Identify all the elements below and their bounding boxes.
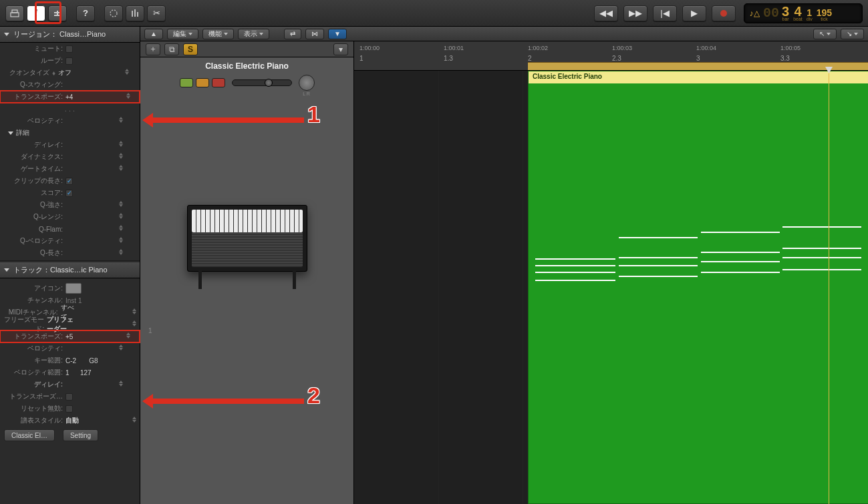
solo-mini[interactable]	[196, 78, 209, 87]
track-title[interactable]: Classic Electric Piano	[140, 57, 353, 75]
lcd-prefix: 00	[763, 5, 779, 21]
toolbar-btn-a[interactable]	[104, 5, 123, 21]
svg-rect-7	[134, 9, 136, 17]
back-button[interactable]: ▲	[144, 29, 163, 39]
playhead[interactable]	[829, 71, 829, 504]
svg-rect-3	[54, 15, 61, 16]
setting-button[interactable]: Setting	[63, 429, 98, 441]
clip-length-checkbox[interactable]: ✓	[65, 178, 73, 185]
staff-row[interactable]: 譜表スタイル:自動	[0, 415, 140, 427]
annotation-arrow-2	[150, 399, 304, 404]
svg-rect-8	[137, 12, 138, 17]
annotation-number-1: 1	[307, 101, 320, 128]
mute-checkbox[interactable]	[65, 45, 73, 53]
volume-slider[interactable]	[232, 79, 292, 86]
tool-alt[interactable]: ↘	[841, 29, 864, 39]
track-header: ＋ ⧉ S ▾ Classic Electric Piano L R	[140, 41, 354, 504]
svg-rect-1	[12, 10, 17, 13]
region-transpose-row[interactable]: トランスポーズ:+4	[0, 91, 140, 103]
play-button[interactable]: ▶	[682, 5, 706, 21]
svg-rect-0	[11, 13, 19, 17]
piano-roll[interactable]: 1:00:00 1:00:01 1:00:02 1:00:03 1:00:04 …	[354, 41, 868, 504]
svg-point-5	[110, 10, 117, 17]
note-icon: ♪△	[748, 7, 760, 19]
toolbar-btn-mixer[interactable]	[126, 5, 144, 21]
instrument-image	[140, 95, 353, 375]
duplicate-track-button[interactable]: ⧉	[164, 43, 179, 55]
midi-in-button[interactable]: ▼	[328, 29, 347, 39]
track-row-number: 1	[148, 327, 152, 334]
edit-menu[interactable]: 編集	[167, 29, 198, 39]
toolbar-btn-scissors[interactable]: ✂	[147, 5, 166, 21]
time-ruler[interactable]: 1:00:00 1:00:01 1:00:02 1:00:03 1:00:04 …	[354, 41, 868, 55]
loop-checkbox[interactable]	[65, 57, 73, 65]
inspector-toggle-button[interactable]: i	[27, 5, 45, 21]
channel-strip-button[interactable]: Classic El…	[4, 429, 55, 441]
link-button[interactable]: ⇄	[284, 29, 301, 39]
help-button[interactable]: ?	[76, 5, 95, 21]
rec-mini[interactable]	[212, 78, 225, 87]
pan-knob[interactable]: L R	[299, 75, 315, 91]
control-bar: i ? ✂ ◀◀ ▶▶ |◀ ▶ ♪△ 00 3bar 4beat 1div 1…	[0, 0, 868, 27]
detail-disclosure[interactable]: 詳細	[0, 127, 140, 139]
add-track-button[interactable]: ＋	[146, 43, 160, 55]
inspector-panel: リージョン： Classi…Piano ミュート: ループ: クオンタイズ♦ オ…	[0, 27, 140, 504]
cycle-range[interactable]	[528, 62, 868, 70]
view-menu[interactable]: 表示	[238, 29, 269, 39]
solo-button[interactable]: S	[183, 43, 198, 55]
annotation-number-2: 2	[307, 383, 320, 409]
region-inspector-header[interactable]: リージョン： Classi…Piano	[0, 27, 140, 43]
transport: ◀◀ ▶▶ |◀ ▶	[594, 5, 738, 21]
library-button[interactable]	[5, 5, 24, 21]
track-inspector-header[interactable]: トラック：Classic…ic Piano	[0, 262, 140, 278]
mixer-button[interactable]	[48, 5, 67, 21]
noreset-checkbox[interactable]	[65, 405, 73, 413]
bar-ruler[interactable]: 1 1.3 2 2.3 3 3.3	[354, 55, 868, 70]
score-checkbox[interactable]: ✓	[65, 190, 73, 197]
svg-rect-4	[57, 11, 58, 15]
track-icon-thumb[interactable]	[65, 283, 82, 294]
editor-area: ▲ 編集 機能 表示 ⇄ ⋈ ▼ ↖ ↘ ＋ ⧉ S ▾ Classic Ele…	[140, 27, 868, 504]
quantize-row[interactable]: クオンタイズ♦ オフ	[0, 67, 140, 79]
lcd-beat: 4	[794, 5, 801, 18]
function-menu[interactable]: 機能	[202, 29, 234, 39]
rewind-button[interactable]: ◀◀	[594, 5, 618, 21]
mute-mini[interactable]	[180, 78, 193, 87]
lcd-bar: 3	[782, 5, 789, 18]
forward-button[interactable]: ▶▶	[623, 5, 647, 21]
collapse-button[interactable]: ▾	[333, 43, 348, 55]
transset-checkbox[interactable]	[65, 393, 73, 401]
track-transpose-row[interactable]: トランスポーズ:+5	[0, 330, 140, 342]
record-button[interactable]	[712, 5, 736, 21]
midi-region[interactable]: Classic Electric Piano	[528, 71, 868, 504]
track-controls: L R	[140, 75, 353, 95]
catch-button[interactable]: ⋈	[305, 29, 324, 39]
lcd-display[interactable]: ♪△ 00 3bar 4beat 1div 195tick	[744, 3, 863, 23]
region-name: Classic Electric Piano	[529, 71, 868, 83]
editor-menu-bar: ▲ 編集 機能 表示 ⇄ ⋈ ▼ ↖ ↘	[140, 27, 868, 41]
tool-pointer[interactable]: ↖	[813, 29, 837, 39]
freeze-row[interactable]: フリーズモード:プリフェーダー	[0, 318, 140, 330]
stop-go-start-button[interactable]: |◀	[653, 5, 677, 21]
annotation-arrow-1	[150, 117, 304, 123]
svg-rect-6	[132, 11, 133, 17]
